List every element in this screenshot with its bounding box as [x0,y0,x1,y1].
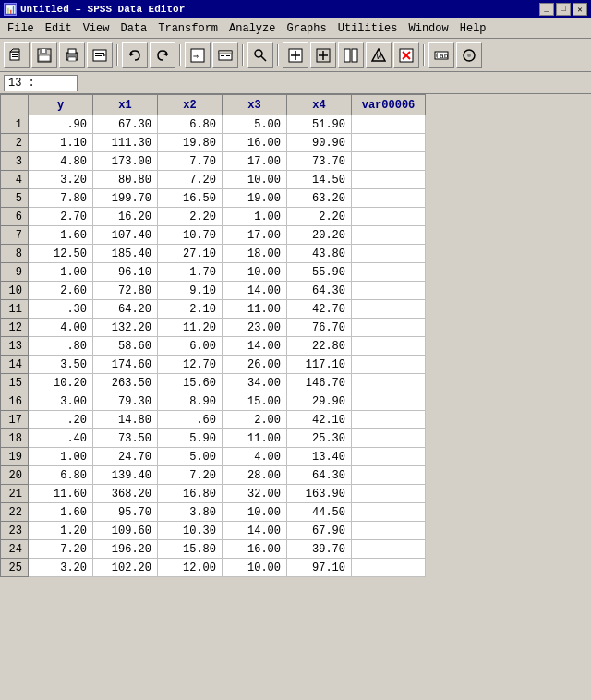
table-row[interactable]: 206.80139.407.2028.0064.30 [1,466,426,485]
data-cell[interactable] [352,392,426,411]
data-cell[interactable]: 2.10 [158,300,223,319]
data-cell[interactable]: 10.00 [223,503,287,522]
data-cell[interactable]: 26.00 [223,356,287,374]
data-cell[interactable] [352,411,426,429]
data-cell[interactable]: 1.70 [158,263,223,282]
menu-window[interactable]: Window [404,20,454,37]
data-cell[interactable] [352,152,426,171]
data-cell[interactable]: 16.00 [223,540,287,559]
table-row[interactable]: 57.80199.7016.5019.0063.20 [1,189,426,208]
data-cell[interactable]: .20 [29,411,93,429]
data-cell[interactable]: 24.70 [93,448,158,466]
data-cell[interactable] [352,245,426,263]
goto-case-button[interactable]: ⇒ [185,42,211,68]
weight-cases-button[interactable]: W [366,42,392,68]
table-row[interactable]: 43.2080.807.2010.0014.50 [1,171,426,189]
data-cell[interactable]: 10.00 [223,559,287,577]
select-cases-button[interactable] [393,42,419,68]
insert-variable-button[interactable] [310,42,336,68]
data-cell[interactable]: 14.00 [223,337,287,356]
data-cell[interactable]: 27.10 [158,245,223,263]
print-button[interactable] [59,42,85,68]
data-cell[interactable]: 73.70 [287,152,352,171]
data-cell[interactable]: 12.00 [158,559,223,577]
data-cell[interactable] [352,263,426,282]
data-cell[interactable]: .40 [29,429,93,448]
data-cell[interactable]: 2.20 [287,208,352,226]
col-header-var00006[interactable]: var00006 [352,95,426,115]
data-cell[interactable]: 196.20 [93,540,158,559]
data-cell[interactable]: 6.00 [158,337,223,356]
data-cell[interactable] [352,429,426,448]
data-cell[interactable]: 72.80 [93,282,158,300]
data-cell[interactable]: 8.90 [158,392,223,411]
undo-button[interactable] [122,42,148,68]
data-cell[interactable] [352,356,426,374]
data-cell[interactable]: .80 [29,337,93,356]
table-row[interactable]: 143.50174.6012.7026.00117.10 [1,356,426,374]
data-cell[interactable]: 3.20 [29,559,93,577]
data-cell[interactable] [352,522,426,540]
menu-help[interactable]: Help [454,20,492,37]
data-cell[interactable]: 185.40 [93,245,158,263]
table-row[interactable]: 91.0096.101.7010.0055.90 [1,263,426,282]
data-cell[interactable]: 5.00 [158,448,223,466]
split-file-button[interactable] [338,42,364,68]
data-cell[interactable]: 4.00 [223,448,287,466]
data-cell[interactable]: 263.50 [93,374,158,392]
table-row[interactable]: 102.6072.809.1014.0064.30 [1,282,426,300]
close-button[interactable]: ✕ [573,3,587,16]
data-grid[interactable]: y x1 x2 x3 x4 var00006 1.9067.306.805.00… [0,94,591,700]
data-cell[interactable]: 16.00 [223,134,287,152]
table-row[interactable]: 163.0079.308.9015.0029.90 [1,392,426,411]
data-cell[interactable]: 4.80 [29,152,93,171]
data-cell[interactable] [352,134,426,152]
data-cell[interactable]: 19.80 [158,134,223,152]
data-cell[interactable]: 173.00 [93,152,158,171]
data-cell[interactable]: .90 [29,115,93,134]
data-cell[interactable]: 139.40 [93,466,158,485]
data-cell[interactable]: 107.40 [93,226,158,245]
data-cell[interactable]: 174.60 [93,356,158,374]
data-cell[interactable]: 43.80 [287,245,352,263]
table-row[interactable]: 1.9067.306.805.0051.90 [1,115,426,134]
data-cell[interactable]: 96.10 [93,263,158,282]
data-cell[interactable]: 29.90 [287,392,352,411]
data-cell[interactable]: 97.10 [287,559,352,577]
table-row[interactable]: 191.0024.705.004.0013.40 [1,448,426,466]
data-cell[interactable]: 39.70 [287,540,352,559]
col-header-x4[interactable]: x4 [287,95,352,115]
data-cell[interactable]: 55.90 [287,263,352,282]
menu-transform[interactable]: Transform [152,20,223,37]
menu-data[interactable]: Data [115,20,152,37]
data-cell[interactable] [352,171,426,189]
data-cell[interactable]: 7.20 [158,171,223,189]
data-cell[interactable] [352,226,426,245]
data-cell[interactable]: 16.80 [158,485,223,503]
redo-button[interactable] [150,42,175,68]
data-cell[interactable]: 16.50 [158,189,223,208]
data-cell[interactable] [352,503,426,522]
data-cell[interactable]: 3.80 [158,503,223,522]
data-cell[interactable]: 10.70 [158,226,223,245]
data-cell[interactable]: 3.50 [29,356,93,374]
data-cell[interactable]: 14.00 [223,282,287,300]
col-header-x2[interactable]: x2 [158,95,223,115]
data-cell[interactable]: 16.20 [93,208,158,226]
table-row[interactable]: 231.20109.6010.3014.0067.90 [1,522,426,540]
menu-file[interactable]: File [2,20,40,37]
variables-button[interactable] [212,42,238,68]
value-labels-button[interactable]: abc [428,42,454,68]
data-cell[interactable]: 19.00 [223,189,287,208]
data-cell[interactable]: 73.50 [93,429,158,448]
data-cell[interactable]: 1.10 [29,134,93,152]
data-cell[interactable]: 1.60 [29,226,93,245]
data-cell[interactable]: 12.70 [158,356,223,374]
data-cell[interactable]: 67.30 [93,115,158,134]
data-cell[interactable]: 2.70 [29,208,93,226]
data-cell[interactable] [352,208,426,226]
table-row[interactable]: 17.2014.80.602.0042.10 [1,411,426,429]
data-cell[interactable]: 76.70 [287,319,352,337]
data-cell[interactable] [352,448,426,466]
data-cell[interactable]: 17.00 [223,152,287,171]
